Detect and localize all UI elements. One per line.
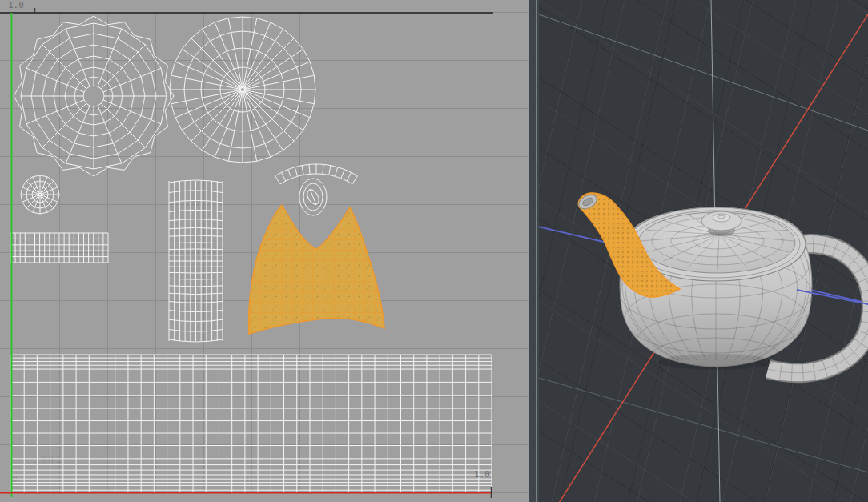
viewport-3d[interactable]	[539, 0, 868, 502]
uv-editor-canvas[interactable]	[0, 0, 529, 502]
uv-island-body-disc[interactable]	[14, 16, 174, 176]
uv-island-spout-cap-rings[interactable]	[299, 179, 327, 215]
uv-island-spout-tip-band[interactable]	[275, 164, 358, 184]
uv-island-spout-island-selected[interactable]	[249, 205, 384, 334]
uv-island-knob-disc[interactable]	[21, 175, 59, 214]
panel-splitter[interactable]	[529, 0, 539, 502]
viewport-3d-canvas[interactable]	[539, 0, 868, 502]
uv-editor-panel[interactable]: 0 0.5 0.5 1001 1.0 1.0	[0, 0, 529, 502]
uv-island-rim-strip[interactable]	[10, 233, 108, 263]
uv-island-lid-disc[interactable]	[170, 17, 315, 163]
modeling-app-window: 0 0.5 0.5 1001 1.0 1.0	[0, 0, 868, 502]
viewport-gridline-bright	[539, 14, 868, 131]
viewport-gridline-bright-2	[539, 378, 868, 472]
panel-splitter-handle	[536, 0, 537, 502]
